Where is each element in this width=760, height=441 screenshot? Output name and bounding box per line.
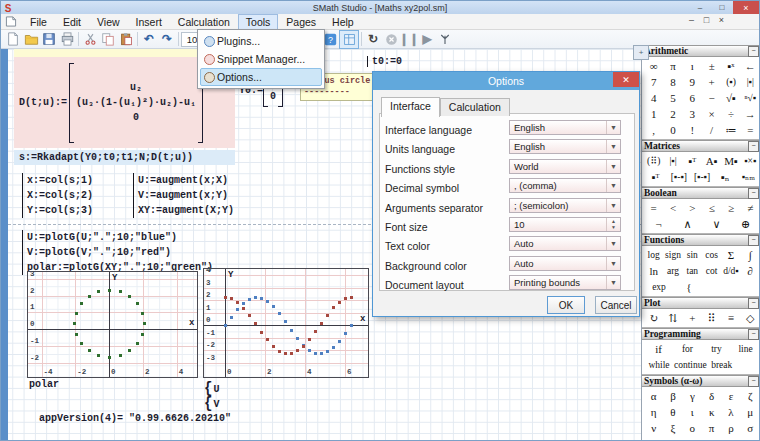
collapse-icon[interactable]: − — [748, 329, 759, 340]
spin-down-icon[interactable]: ▼ — [611, 224, 616, 230]
font-size-spinner[interactable]: 10▲▼ — [509, 217, 621, 232]
mdi-close-button[interactable]: × — [714, 15, 729, 25]
palette-header-functions[interactable]: Functions− — [642, 234, 760, 246]
palette-button[interactable]: ξ — [663, 421, 682, 435]
close-button[interactable]: × — [733, 1, 759, 14]
palette-button[interactable]: ▪ᵀ — [644, 170, 667, 184]
formula-plotg-block[interactable]: U:=plotG(U;".";10;"blue") V:=plotG(V;"."… — [22, 230, 213, 275]
menu-item-plugins[interactable]: Plugins... — [200, 32, 322, 50]
menu-tools[interactable]: Tools — [238, 14, 279, 30]
palette-button[interactable]: continue — [674, 358, 707, 372]
chevron-down-icon[interactable]: ▼ — [606, 179, 620, 192]
chevron-down-icon[interactable]: ▼ — [606, 140, 620, 153]
palette-button[interactable]: ∫ — [741, 248, 760, 262]
undo-button[interactable]: ↶ — [140, 31, 158, 48]
menu-insert[interactable]: Insert — [128, 14, 170, 30]
stop-button[interactable] — [382, 31, 400, 48]
palette-button[interactable]: sign — [663, 248, 682, 262]
palette-button[interactable]: break — [707, 358, 737, 372]
formula-t0[interactable]: t0:=0 — [367, 56, 402, 67]
palette-button[interactable]: ≔ — [721, 123, 740, 137]
palette-header-symbols-[interactable]: Symbols (α-ω)− — [642, 375, 760, 387]
palette-button[interactable]: log — [644, 248, 663, 262]
dialog-title-bar[interactable]: Options — [373, 72, 639, 90]
palette-button[interactable]: ρ — [721, 421, 740, 435]
palette-button[interactable]: 1 — [644, 107, 663, 121]
collapse-icon[interactable]: − — [748, 298, 759, 309]
menu-calculation[interactable]: Calculation — [170, 14, 238, 30]
palette-button[interactable]: arg — [663, 264, 682, 278]
palette-button[interactable]: exp — [644, 280, 674, 294]
palette-button[interactable]: ▪ᵀ — [683, 154, 702, 168]
mdi-restore-button[interactable]: □ — [699, 15, 714, 25]
palette-button[interactable]: , — [644, 123, 663, 137]
palette-button[interactable]: θ — [663, 405, 682, 419]
palette-button[interactable]: [▪-▪] — [690, 170, 713, 184]
collapse-icon[interactable]: − — [748, 46, 759, 57]
cancel-button[interactable]: Cancel — [595, 296, 637, 314]
palette-button[interactable]: π — [663, 59, 682, 73]
palette-button[interactable]: 9 — [683, 75, 702, 89]
chevron-down-icon[interactable]: ▼ — [606, 160, 620, 173]
new-document-button[interactable] — [4, 31, 22, 48]
formula-col-block[interactable]: x:=col(s;1) X:=col(s;2) Y:=col(s;3) — [22, 173, 93, 218]
tab-interface[interactable]: Interface — [381, 97, 440, 117]
palette-button[interactable]: + — [702, 75, 721, 89]
palette-button[interactable]: μ — [741, 405, 760, 419]
pause-button[interactable]: ❙❙ — [400, 31, 418, 48]
collapse-icon[interactable]: − — [748, 235, 759, 246]
palette-header-programming[interactable]: Programming− — [642, 328, 760, 340]
palette-button[interactable]: ≡ — [721, 311, 740, 325]
palette-button[interactable]: 2 — [663, 107, 682, 121]
spinner-arrows[interactable]: ▲▼ — [606, 218, 620, 231]
palette-button[interactable]: − — [702, 91, 721, 105]
palette-button[interactable]: ı — [683, 59, 702, 73]
palette-button[interactable]: 3 — [683, 107, 702, 121]
chevron-down-icon[interactable]: ▼ — [606, 276, 620, 289]
dialog-close-button[interactable]: ✕ — [613, 72, 639, 87]
palette-button[interactable]: σ — [741, 421, 760, 435]
combo-decimal-symbol[interactable]: , (comma)▼ — [509, 178, 621, 193]
palette-button[interactable]: π — [702, 421, 721, 435]
formula-appversion[interactable]: appVersion(4)= "0.99.6626.20210" — [39, 413, 231, 424]
formula-augment-block[interactable]: U:=augment(x;X) V:=augment(x;Y) XY:=augm… — [133, 173, 234, 218]
palette-header-arithmetic[interactable]: Arithmetic− — [642, 45, 760, 57]
palette-button[interactable]: ⠿ — [702, 311, 721, 325]
combo-units-language[interactable]: English▼ — [509, 139, 621, 154]
palette-button[interactable]: ζ — [741, 389, 760, 403]
print-button[interactable] — [58, 31, 76, 48]
palette-button[interactable]: ▪ₙ — [714, 170, 737, 184]
palette-button[interactable]: while — [644, 358, 674, 372]
palette-header-boolean[interactable]: Boolean− — [642, 187, 760, 199]
formula-rkadapt[interactable]: s:=Rkadapt(Y0;t0;t1;N;D(t;u)) — [14, 150, 235, 165]
play-button[interactable]: ▶ — [418, 31, 436, 48]
collapse-icon[interactable]: − — [748, 376, 759, 387]
chevron-down-icon[interactable]: ▼ — [606, 257, 620, 270]
save-button[interactable] — [40, 31, 58, 48]
palette-button[interactable]: ο — [683, 421, 702, 435]
palette-button[interactable]: Σ — [721, 248, 740, 262]
chevron-down-icon[interactable]: ▼ — [606, 237, 620, 250]
redo-button[interactable]: ↷ — [158, 31, 176, 48]
collapse-icon[interactable]: − — [748, 141, 759, 152]
palette-button[interactable]: ⊕ — [731, 217, 760, 231]
palette-button[interactable]: d/d▪ — [721, 264, 740, 278]
palette-button[interactable]: √▪ — [721, 91, 740, 105]
palette-button[interactable]: α — [644, 389, 663, 403]
palette-button[interactable]: cot — [702, 264, 721, 278]
palette-button[interactable]: γ — [683, 389, 702, 403]
palette-button[interactable]: = — [741, 123, 760, 137]
mdi-minimize-button[interactable]: – — [684, 15, 699, 25]
menu-edit[interactable]: Edit — [55, 14, 89, 30]
maximize-button[interactable]: □ — [711, 1, 733, 14]
palette-button[interactable]: < — [663, 201, 682, 215]
minimize-button[interactable]: – — [689, 1, 711, 14]
palette-button[interactable]: try — [702, 342, 731, 356]
palette-button[interactable]: 4 — [644, 91, 663, 105]
palette-button[interactable]: (⠿) — [644, 154, 663, 168]
palette-button[interactable]: ÷ — [721, 107, 740, 121]
polar-plot[interactable]: -4-20243210-1-2Yx — [27, 271, 198, 378]
combo-text-color[interactable]: Auto▼ — [509, 236, 621, 251]
palette-button[interactable]: 7 — [644, 75, 663, 89]
document-system-icon[interactable] — [4, 16, 18, 27]
